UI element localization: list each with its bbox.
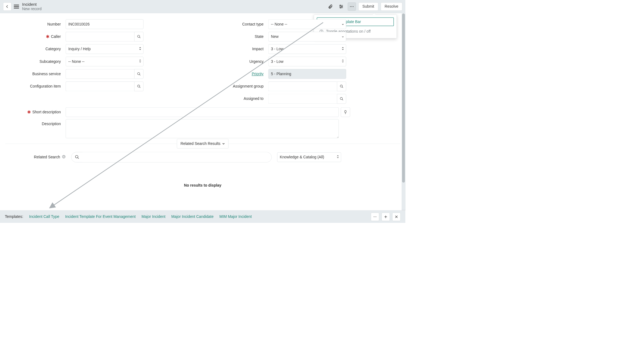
state-label: State (208, 34, 268, 39)
urgency-select[interactable]: 3 - Low (268, 57, 346, 66)
number-label: Number (5, 22, 66, 26)
required-icon: ✱ (27, 110, 31, 114)
assigned-to-lookup-button[interactable] (337, 94, 346, 103)
svg-line-20 (342, 99, 343, 100)
more-options-icon[interactable] (348, 2, 356, 10)
contact-type-select[interactable]: -- None -- (268, 19, 346, 29)
config-item-lookup-button[interactable] (134, 82, 143, 91)
template-bar: Templates: Incident Call Type Incident T… (0, 210, 405, 223)
config-item-field[interactable] (66, 82, 134, 91)
svg-point-29 (376, 217, 376, 217)
svg-point-24 (64, 158, 64, 158)
template-link[interactable]: Major Incident Candidate (171, 215, 214, 219)
business-service-label: Business service (5, 72, 66, 76)
related-search-scope-select[interactable]: Knowledge & Catalog (All) (277, 152, 341, 162)
svg-point-8 (353, 6, 354, 7)
svg-point-11 (138, 35, 140, 37)
chevron-sort-icon (342, 47, 344, 51)
related-search-label: Related Search (34, 155, 60, 159)
description-label: Description (5, 119, 66, 126)
template-link[interactable]: Major Incident (142, 215, 166, 219)
chevron-down-icon (342, 34, 344, 39)
caller-lookup-button[interactable] (134, 32, 143, 41)
short-description-field[interactable] (66, 107, 339, 117)
resolve-button[interactable]: Resolve (380, 2, 402, 10)
impact-label: Impact (208, 47, 268, 51)
short-description-label: Short description (32, 110, 61, 114)
urgency-label: Urgency (208, 59, 268, 64)
priority-label-link[interactable]: Priority (252, 72, 264, 76)
attachment-icon[interactable] (326, 2, 335, 10)
chevron-sort-icon (342, 59, 344, 64)
no-results-text: No results to display (0, 183, 405, 187)
subcategory-label: Subcategory (5, 59, 66, 64)
svg-point-15 (138, 85, 140, 87)
svg-line-14 (139, 74, 140, 75)
number-field[interactable] (66, 19, 143, 29)
description-field[interactable] (66, 119, 339, 138)
required-icon: ✱ (46, 34, 50, 39)
settings-sliders-icon[interactable] (337, 2, 345, 10)
back-button[interactable] (3, 2, 11, 10)
contact-type-label: Contact type (208, 22, 268, 26)
business-service-lookup-button[interactable] (134, 69, 143, 79)
chevron-sort-icon (337, 155, 339, 159)
search-icon (75, 155, 79, 160)
scrollbar[interactable] (402, 13, 405, 210)
svg-point-28 (375, 217, 375, 217)
chevron-down-icon (342, 22, 344, 26)
config-item-label: Configuration item (5, 84, 66, 89)
caller-field[interactable] (66, 32, 134, 41)
related-search-input-wrapper (71, 152, 271, 162)
assignment-group-field[interactable] (268, 82, 337, 91)
assigned-to-label: Assigned to (208, 97, 268, 101)
svg-point-13 (138, 72, 140, 75)
template-link[interactable]: Incident Template For Event Management (65, 215, 136, 219)
template-more-button[interactable] (371, 213, 379, 221)
suggestion-button[interactable] (341, 107, 350, 117)
business-service-field[interactable] (66, 69, 134, 79)
assigned-to-field[interactable] (268, 94, 337, 103)
subcategory-select[interactable]: -- None -- (66, 57, 143, 66)
header-bar: Incident New record Submit Resolve (0, 0, 405, 13)
assignment-group-label: Assignment group (208, 84, 268, 89)
svg-point-17 (340, 85, 342, 87)
svg-line-26 (78, 158, 79, 159)
related-results-toggle[interactable]: Related Search Results (177, 139, 228, 148)
page-subtitle: New record (22, 7, 42, 11)
hamburger-menu-icon[interactable] (14, 5, 19, 9)
category-select[interactable]: Inquiry / Help (66, 44, 143, 54)
svg-line-18 (342, 87, 343, 88)
section-divider: Related Search Results (5, 144, 400, 144)
priority-field: 5 - Planning (268, 69, 346, 79)
help-icon[interactable] (62, 155, 66, 160)
caller-label: Caller (51, 34, 61, 39)
category-label: Category (5, 47, 66, 51)
svg-point-19 (340, 97, 342, 100)
assignment-group-lookup-button[interactable] (337, 82, 346, 91)
impact-select[interactable]: 3 - Low (268, 44, 346, 54)
svg-line-12 (139, 37, 140, 38)
templates-label: Templates: (5, 215, 23, 219)
svg-point-27 (374, 217, 374, 217)
svg-point-6 (350, 6, 351, 7)
svg-point-25 (75, 155, 78, 158)
svg-point-7 (351, 6, 352, 7)
template-add-button[interactable] (382, 213, 390, 221)
template-link[interactable]: Incident Call Type (29, 215, 59, 219)
page-title: Incident (22, 2, 42, 7)
submit-button[interactable]: Submit (359, 2, 378, 10)
chevron-sort-icon (139, 59, 141, 64)
template-close-button[interactable] (392, 213, 401, 221)
svg-line-16 (139, 87, 140, 88)
template-link[interactable]: MIM Major Incident (219, 215, 252, 219)
state-select[interactable]: New (268, 32, 346, 41)
related-search-input[interactable] (82, 152, 268, 162)
chevron-sort-icon (139, 47, 141, 51)
